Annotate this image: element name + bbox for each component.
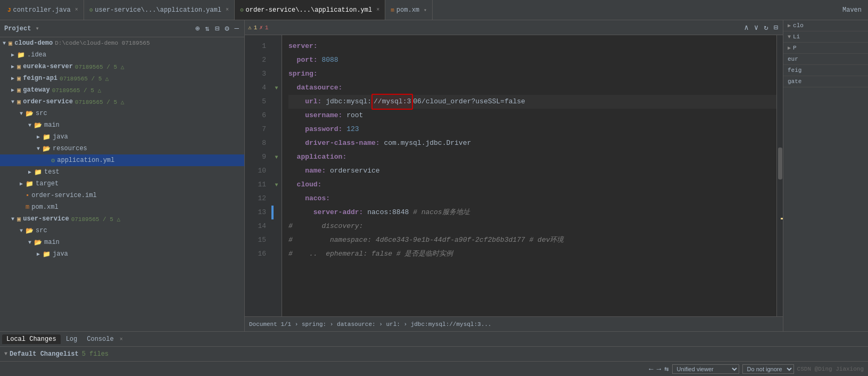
maven-icon: m — [391, 7, 394, 13]
tree-item-pom-xml[interactable]: m pom.xml — [0, 201, 244, 213]
editor-area: ⚠ 1 ✗ 1 ∧ ∨ ↻ ⊟ 1 2 3 4 5 6 7 8 9 10 — [245, 20, 783, 331]
tree-label-user-service: user-service — [23, 215, 69, 223]
tree-item-feign[interactable]: ▶ ▣ feign-api 07189565 / 5 △ — [0, 72, 244, 84]
tree-label-order-service: order-service — [23, 98, 73, 105]
tab-controller-close[interactable]: × — [75, 7, 78, 13]
code-key-username: username: — [288, 109, 346, 122]
tree-item-order-iml[interactable]: ▪ order-service.iml — [0, 190, 244, 201]
collapse-icon[interactable]: ⊟ — [214, 23, 220, 34]
right-panel-clo[interactable]: ▶ clo — [783, 20, 868, 31]
tree-label-idea: .idea — [27, 51, 46, 59]
code-line-11: cloud: — [288, 178, 776, 192]
tab-user-yaml-close[interactable]: × — [226, 7, 229, 13]
maven-panel-label[interactable]: Maven — [842, 6, 862, 14]
tree-item-main[interactable]: ▼ 📂 main — [0, 119, 244, 131]
tab-local-changes[interactable]: Local Changes — [2, 334, 61, 344]
tree-item-cloud-demo[interactable]: ▼ ▣ cloud-demo D:\code\cloud-demo 071895… — [0, 37, 244, 49]
code-val-server-addr: nacos:8848 — [367, 206, 413, 219]
sidebar-tree: ▼ ▣ cloud-demo D:\code\cloud-demo 071895… — [0, 37, 244, 331]
code-line-16: # .. ephemeral: false # 是否是临时实例 — [288, 247, 776, 261]
tree-label-order-iml: order-service.iml — [31, 192, 96, 199]
error-count[interactable]: 1 — [265, 24, 269, 31]
tab-pom[interactable]: m pom.xm ▾ — [385, 0, 433, 20]
tree-item-resources[interactable]: ▼ 📂 resources — [0, 143, 244, 154]
tree-item-application-yml[interactable]: ⚙ application.yml — [0, 154, 244, 166]
sidebar-dropdown-arrow[interactable]: ▾ — [35, 24, 39, 32]
tree-arrow-feign: ▶ — [9, 75, 17, 81]
changelist-arrow: ▼ — [4, 351, 7, 357]
minus-icon[interactable]: — — [234, 23, 240, 34]
code-line-14: # discovery: — [288, 219, 776, 233]
panel-btn[interactable]: ⊟ — [772, 22, 780, 33]
gutter-4-fold[interactable]: ▼ — [271, 81, 282, 95]
add-icon[interactable]: ⊕ — [194, 23, 201, 34]
right-panel-eur[interactable]: eur — [783, 54, 868, 65]
scrollbar-thumb[interactable] — [778, 148, 782, 179]
line-num-4: 4 — [245, 81, 266, 95]
tree-label-pom-xml: pom.xml — [31, 203, 58, 211]
settings-icon[interactable]: ⚙ — [224, 23, 230, 34]
tab-order-yaml-close[interactable]: × — [376, 7, 379, 13]
ignore-select[interactable]: Do not ignore — [742, 364, 794, 374]
scroll-to-icon[interactable]: ⇅ — [204, 23, 210, 34]
right-panel-label-eur: eur — [788, 56, 798, 62]
right-panel-feig[interactable]: feig — [783, 65, 868, 76]
iml-icon-order: ▪ — [26, 192, 29, 199]
gutter-5 — [271, 95, 282, 109]
status-bar: Document 1/1 › spring: › datasource: › u… — [245, 316, 783, 331]
tab-pom-dropdown[interactable]: ▾ — [424, 7, 427, 13]
tree-item-main2[interactable]: ▼ 📂 main — [0, 236, 244, 248]
tab-console-close[interactable]: × — [120, 337, 123, 342]
tree-badge-feign: 07189565 / 5 △ — [60, 75, 109, 82]
tree-item-src2[interactable]: ▼ 📂 src — [0, 225, 244, 236]
tree-label-eureka: eureka-server — [23, 63, 73, 70]
code-key-nacos: nacos: — [288, 192, 330, 206]
tree-item-idea[interactable]: ▶ 📁 .idea — [0, 49, 244, 61]
tree-arrow-java2: ▶ — [34, 251, 43, 257]
gutter-11-fold[interactable]: ▼ — [271, 178, 282, 192]
java-icon: J — [7, 7, 11, 13]
warning-count[interactable]: 1 — [254, 24, 258, 31]
tree-item-java2[interactable]: ▶ 📁 java — [0, 248, 244, 260]
code-line-13: server-addr: nacos:8848 # nacos服务地址 — [288, 206, 776, 219]
navigate-up-btn[interactable]: ∧ — [742, 22, 750, 33]
tab-order-yaml[interactable]: ⚙ order-service\...\application.yml × — [235, 0, 385, 20]
navigate-prev-btn[interactable]: ← — [649, 365, 653, 373]
line-num-3: 3 — [245, 67, 266, 81]
navigate-down-btn[interactable]: ∨ — [753, 22, 760, 33]
code-key-application: application: — [288, 150, 346, 164]
tree-item-user-service[interactable]: ▼ ▣ user-service 07189565 / 5 △ — [0, 213, 244, 225]
code-line-1: server: — [288, 39, 776, 53]
tree-item-gateway[interactable]: ▶ ▣ gateway 07189565 / 5 △ — [0, 84, 244, 96]
compare-btn[interactable]: ⇆ — [664, 364, 668, 373]
tree-label-resources: resources — [53, 145, 87, 152]
tree-item-java[interactable]: ▶ 📁 java — [0, 131, 244, 143]
tab-controller[interactable]: J controller.java × — [2, 0, 84, 20]
editor-scrollbar[interactable] — [776, 35, 783, 316]
module-icon-eureka: ▣ — [17, 63, 21, 71]
tree-item-src[interactable]: ▼ 📂 src — [0, 108, 244, 119]
viewer-select[interactable]: Unified viewer Side-by-side viewer — [672, 364, 739, 374]
tree-item-order-service[interactable]: ▼ ▣ order-service 07189565 / 5 △ — [0, 96, 244, 108]
tab-log[interactable]: Log — [62, 334, 82, 344]
code-line-7: password: 123 — [288, 122, 776, 136]
module-icon-order-service: ▣ — [17, 98, 21, 106]
tab-user-yaml[interactable]: ⚙ user-service\...\application.yaml × — [84, 0, 235, 20]
right-panel-p[interactable]: ▶ P — [783, 43, 868, 54]
refresh-btn[interactable]: ↻ — [762, 22, 770, 33]
tree-label-src: src — [36, 110, 47, 117]
gutter-9-fold[interactable]: ▼ — [271, 150, 282, 164]
folder-icon-java2: 📁 — [43, 250, 51, 258]
tab-console[interactable]: Console × — [82, 334, 127, 344]
code-comment-nacos: # nacos服务地址 — [413, 206, 470, 219]
tree-item-test[interactable]: ▶ 📁 test — [0, 166, 244, 178]
code-line-2: port: 8088 — [288, 53, 776, 67]
tree-item-eureka[interactable]: ▶ ▣ eureka-server 07189565 / 5 △ — [0, 61, 244, 72]
right-panel-li[interactable]: ▼ Li — [783, 31, 868, 43]
tree-arrow-test: ▶ — [26, 169, 34, 175]
tree-item-target[interactable]: ▶ 📁 target — [0, 178, 244, 190]
right-panel-gate[interactable]: gate — [783, 76, 868, 87]
navigate-next-btn[interactable]: → — [657, 365, 661, 373]
code-area[interactable]: server: port: 8088 spring: datasource: u… — [282, 35, 776, 316]
line-num-6: 6 — [245, 109, 266, 122]
